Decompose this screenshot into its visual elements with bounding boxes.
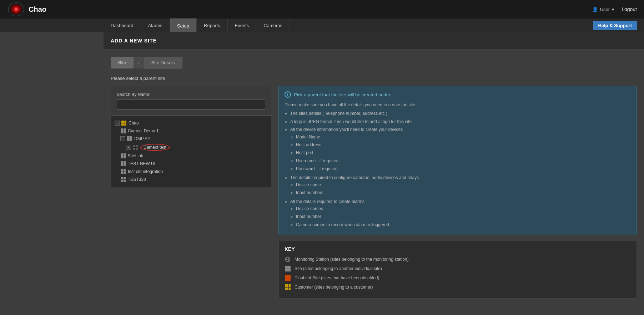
page-content: ADD A NEW SITE Site › Site Details Pleas… <box>0 32 644 315</box>
info-config-device: Device name <box>296 181 631 188</box>
svg-point-3 <box>15 8 17 11</box>
tree-container: − Chao <box>111 116 271 187</box>
tree-label-test-new-ui: TEST NEW UI <box>128 161 155 166</box>
top-bar: Chao 👤 User ▾ Logout <box>0 0 644 19</box>
app-title: Chao <box>29 5 46 14</box>
info-config-list: Device name Input numbers <box>296 181 631 197</box>
tree-toggle-camect-test[interactable]: + <box>126 145 131 150</box>
site-icon-dmp-ap <box>127 136 132 142</box>
info-icon: i <box>285 91 291 98</box>
user-label: User <box>600 7 610 12</box>
user-menu[interactable]: 👤 User ▾ <box>592 7 614 12</box>
tree-label-sitelink: SiteLink <box>128 153 143 158</box>
tree-label-dmp-ap: DMP AP <box>134 136 150 141</box>
nav-item-events[interactable]: Events <box>228 19 257 32</box>
tree-item-camect-test[interactable]: + Camect test <box>126 143 267 152</box>
site-icon-test-old-integration <box>120 169 126 174</box>
key-label-monitoring: Monitoring Station (sites belonging to t… <box>295 257 409 262</box>
tree-item-camect-demo-1[interactable]: Camect Demo 1 <box>120 127 267 135</box>
customer-key-icon <box>285 284 291 290</box>
tree-label-test-old-integration: test old integration <box>128 169 163 174</box>
site-icon-camect-demo-1 <box>120 128 126 134</box>
key-label-disabled: Disabled Site (sites that have been disa… <box>295 275 379 280</box>
page-title: ADD A NEW SITE <box>111 38 157 44</box>
key-item-disabled: Disabled Site (sites that have been disa… <box>285 275 631 281</box>
search-label: Search By Name: <box>117 92 265 97</box>
key-item-monitoring: Monitoring Station (sites belonging to t… <box>285 256 631 263</box>
site-icon-sitelink <box>120 153 126 159</box>
globe-key-icon <box>285 256 291 263</box>
tree-label-chao: Chao <box>129 121 139 126</box>
tree-item-test-new-ui[interactable]: TEST NEW UI <box>120 160 267 168</box>
tree-item-test-old-integration[interactable]: test old integration <box>120 168 267 176</box>
info-device-host: Host address <box>296 141 631 148</box>
tree-toggle-dmp-ap[interactable]: − <box>120 136 125 141</box>
key-title: KEY <box>285 246 631 252</box>
nav-item-dashboard[interactable]: Dashboard <box>104 19 141 32</box>
info-device-list: Model Name Host address Host port Userna… <box>296 133 631 173</box>
tree-item-sitelink[interactable]: SiteLink <box>120 152 267 160</box>
key-label-site: Site (sites belonging to another individ… <box>295 266 382 271</box>
info-device-model: Model Name <box>296 133 631 141</box>
info-box: i Pick a parent that the site will be cr… <box>278 86 637 235</box>
logout-button[interactable]: Logout <box>622 6 637 12</box>
info-list-main: The sites details ( Telephone number, ad… <box>290 110 631 228</box>
info-box-header: i Pick a parent that the site will be cr… <box>285 91 631 98</box>
info-device-pass: Password - if required <box>296 165 631 172</box>
page-header: ADD A NEW SITE <box>104 32 644 50</box>
info-item-3: All the device information you'll need t… <box>290 126 631 172</box>
site-icon-camect-test <box>132 144 138 150</box>
info-device-port: Host port <box>296 149 631 156</box>
site-icon-test333 <box>120 177 126 182</box>
chevron-down-icon: ▾ <box>612 7 614 12</box>
info-item-4: The details required to configure camera… <box>290 174 631 197</box>
site-icon-test-new-ui <box>120 161 126 167</box>
disabled-key-icon <box>285 275 291 281</box>
info-item-5: All the details required to create alarm… <box>290 198 631 229</box>
search-section: Search By Name: <box>111 86 271 116</box>
tree-item-dmp-ap[interactable]: − DMP AP <box>120 135 267 143</box>
tab-arrow: › <box>134 57 144 68</box>
tab-site[interactable]: Site <box>111 57 134 68</box>
nav-bar: Dashboard Alarms Setup Reports Events Ca… <box>0 19 644 32</box>
top-bar-left: Chao <box>7 1 46 17</box>
info-content: Please make sure you have all the detail… <box>285 101 631 228</box>
nav-items: Dashboard Alarms Setup Reports Events Ca… <box>104 19 290 32</box>
key-box: KEY Monitoring Station (sites belonging … <box>278 241 637 299</box>
nav-item-cameras[interactable]: Cameras <box>256 19 290 32</box>
tree-label-camect-test: Camect test <box>140 144 170 151</box>
tree-item-chao[interactable]: − Chao <box>115 119 267 127</box>
nav-item-reports[interactable]: Reports <box>197 19 228 32</box>
info-alarm-camera: Camera names to record when alarm is tri… <box>296 221 631 228</box>
info-box-title: Pick a parent that the site will be crea… <box>294 92 390 97</box>
tree-toggle-chao[interactable]: − <box>115 121 120 126</box>
nav-right: Help & Support <box>593 19 644 32</box>
search-input[interactable] <box>117 99 265 110</box>
key-item-site: Site (sites belonging to another individ… <box>285 265 631 272</box>
right-panel: i Pick a parent that the site will be cr… <box>278 86 637 299</box>
info-device-user: Username - if required <box>296 157 631 164</box>
nav-item-setup[interactable]: Setup <box>170 19 197 32</box>
top-bar-right: 👤 User ▾ Logout <box>592 6 637 12</box>
immix-logo <box>7 1 25 17</box>
info-intro: Please make sure you have all the detail… <box>285 101 631 108</box>
nav-item-alarms[interactable]: Alarms <box>141 19 170 32</box>
key-item-customer: Customer (sites belonging to a customer) <box>285 284 631 290</box>
main-area: Site › Site Details Please select a pare… <box>104 50 644 306</box>
info-item-2: A logo in JPEG format if you would like … <box>290 118 631 125</box>
info-alarm-device: Device names <box>296 205 631 212</box>
help-support-button[interactable]: Help & Support <box>593 21 637 30</box>
info-item-1: The sites details ( Telephone number, ad… <box>290 110 631 117</box>
tree-label-camect-demo-1: Camect Demo 1 <box>128 128 159 133</box>
info-alarm-list: Device names Input number Camera names t… <box>296 205 631 228</box>
two-col-layout: Search By Name: − Chao <box>111 86 637 299</box>
key-label-customer: Customer (sites belonging to a customer) <box>295 285 373 290</box>
info-config-input: Input numbers <box>296 189 631 196</box>
left-panel: Search By Name: − Chao <box>111 86 271 299</box>
tab-site-details[interactable]: Site Details <box>144 57 182 68</box>
tree-item-test333[interactable]: TEST333 <box>120 176 267 183</box>
section-label: Please select a parent site <box>111 76 637 81</box>
logo-container: Chao <box>7 1 46 17</box>
site-key-icon <box>285 265 291 272</box>
tabs-container: Site › Site Details <box>111 57 637 68</box>
